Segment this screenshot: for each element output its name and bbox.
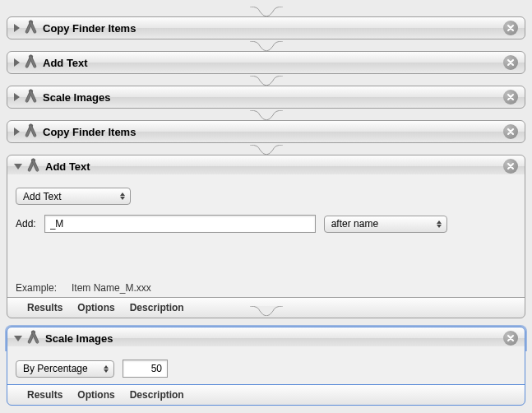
connector <box>7 76 525 86</box>
tools-icon <box>25 56 38 69</box>
add-label: Add: <box>16 218 36 230</box>
chevron-updown-icon <box>435 220 443 228</box>
scale-value-input[interactable] <box>123 360 168 378</box>
close-icon[interactable] <box>503 21 518 35</box>
action-footer: Results Options Description <box>7 297 525 318</box>
position-popup[interactable]: after name <box>324 216 447 233</box>
action-title: Copy Finder Items <box>43 22 503 35</box>
action-header[interactable]: Copy Finder Items <box>7 120 525 143</box>
action-body: By Percentage <box>7 346 525 387</box>
example-value: Item Name_M.xxx <box>72 282 151 294</box>
tools-icon <box>27 160 40 173</box>
connector <box>7 145 525 155</box>
tab-description[interactable]: Description <box>130 302 184 313</box>
disclosure-triangle-icon[interactable] <box>14 336 22 341</box>
tools-icon <box>25 90 38 104</box>
action-scale-images-expanded: Scale Images By Percentage Results Optio… <box>7 327 525 409</box>
action-title: Add Text <box>43 57 503 69</box>
tab-options[interactable]: Options <box>77 302 114 313</box>
action-title: Add Text <box>45 160 503 173</box>
action-add-text-1: Add Text <box>7 51 525 74</box>
tools-icon <box>25 21 38 35</box>
close-icon[interactable] <box>503 159 518 174</box>
disclosure-triangle-icon[interactable] <box>14 24 20 32</box>
action-title: Copy Finder Items <box>43 126 503 138</box>
popup-label: By Percentage <box>23 363 88 374</box>
close-icon[interactable] <box>503 331 518 346</box>
action-header[interactable]: Copy Finder Items <box>7 16 525 39</box>
action-add-text-expanded: Add Text Add Text Add: after name Exampl… <box>7 155 525 322</box>
action-title: Scale Images <box>45 332 503 345</box>
disclosure-triangle-icon[interactable] <box>14 128 20 136</box>
connector-top <box>7 7 525 16</box>
tools-icon <box>27 332 40 345</box>
close-icon[interactable] <box>503 55 518 70</box>
action-header[interactable]: Scale Images <box>7 86 525 109</box>
close-icon[interactable] <box>503 90 518 104</box>
connector-notch-icon <box>250 306 283 318</box>
action-body: Add Text Add: after name Example: Item N… <box>7 174 525 300</box>
tools-icon <box>25 125 38 138</box>
chevron-updown-icon <box>118 193 127 200</box>
connector <box>7 110 525 120</box>
chevron-updown-icon <box>102 365 110 373</box>
action-copy-finder-items-2: Copy Finder Items <box>7 120 525 143</box>
action-footer: Results Options Description <box>7 384 525 406</box>
connector <box>7 41 525 51</box>
disclosure-triangle-icon[interactable] <box>14 164 22 169</box>
example-label: Example: <box>16 282 57 294</box>
action-copy-finder-items-1: Copy Finder Items <box>7 16 525 39</box>
tab-results[interactable]: Results <box>27 389 62 401</box>
close-icon[interactable] <box>503 124 518 139</box>
popup-label: Add Text <box>23 191 61 202</box>
scale-mode-popup[interactable]: By Percentage <box>16 360 114 378</box>
mode-popup[interactable]: Add Text <box>16 188 131 205</box>
action-scale-images-1: Scale Images <box>7 86 525 109</box>
tab-options[interactable]: Options <box>77 389 114 401</box>
action-header[interactable]: Add Text <box>7 51 525 74</box>
disclosure-triangle-icon[interactable] <box>14 93 20 101</box>
popup-label: after name <box>331 218 378 230</box>
tab-results[interactable]: Results <box>27 302 62 313</box>
add-text-input[interactable] <box>44 215 316 233</box>
tab-description[interactable]: Description <box>130 389 184 401</box>
disclosure-triangle-icon[interactable] <box>14 58 20 67</box>
action-title: Scale Images <box>43 91 503 104</box>
